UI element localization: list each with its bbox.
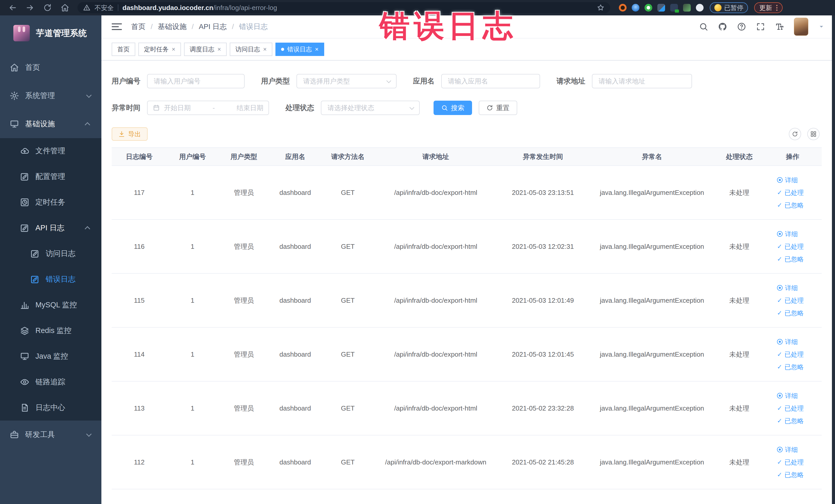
reset-button[interactable]: 重置 xyxy=(479,101,517,115)
mark-ignored-link[interactable]: ✓已忽略 xyxy=(777,471,804,479)
browser-home-icon[interactable] xyxy=(61,3,69,12)
sidebar-item-system-management[interactable]: 系统管理 xyxy=(0,82,101,110)
font-size-icon[interactable] xyxy=(775,22,784,31)
app-name-input[interactable]: 请输入应用名 xyxy=(441,74,540,88)
detail-link[interactable]: 详细 xyxy=(777,284,798,292)
browser-update-button[interactable]: 更新 xyxy=(754,2,782,13)
user-type-select[interactable]: 请选择用户类型 xyxy=(297,74,396,88)
breadcrumb-home[interactable]: 首页 xyxy=(131,22,145,32)
table-row[interactable]: 116 1 管理员 dashboard GET /api/infra/db-do… xyxy=(111,220,822,274)
detail-link[interactable]: 详细 xyxy=(777,391,798,400)
not-secure-warning-icon[interactable] xyxy=(83,4,90,11)
extension-icon-toggle[interactable] xyxy=(670,4,678,12)
tab-home[interactable]: 首页 xyxy=(111,43,135,56)
sidebar-item-access-log[interactable]: 访问日志 xyxy=(0,241,101,266)
help-icon[interactable] xyxy=(737,22,746,31)
mark-ignored-link[interactable]: ✓已忽略 xyxy=(777,417,804,425)
address-bar[interactable]: 不安全 dashboard.yudao.iocoder.cn/infra/log… xyxy=(78,2,610,13)
tab-scheduled-tasks[interactable]: 定时任务× xyxy=(138,43,181,56)
user-menu-caret-icon[interactable] xyxy=(818,23,825,30)
user-id-input[interactable]: 请输入用户编号 xyxy=(147,74,245,88)
mark-ignored-link[interactable]: ✓已忽略 xyxy=(777,309,804,317)
error-log-table: 日志编号 用户编号 用户类型 应用名 请求方法名 请求地址 异常发生时间 异常名… xyxy=(111,147,822,489)
fullscreen-icon[interactable] xyxy=(756,22,765,31)
close-icon[interactable]: × xyxy=(172,46,175,53)
browser-menu-icon[interactable] xyxy=(776,5,777,11)
detail-link[interactable]: 详细 xyxy=(777,445,798,454)
mark-processed-link[interactable]: ✓已处理 xyxy=(777,458,804,466)
column-settings-button[interactable] xyxy=(807,128,820,140)
browser-forward-icon[interactable] xyxy=(26,3,34,12)
sidebar-item-dev-tools[interactable]: 研发工具 xyxy=(0,421,101,449)
tab-access-log[interactable]: 访问日志× xyxy=(230,43,272,56)
sidebar-item-infrastructure[interactable]: 基础设施 xyxy=(0,110,101,138)
search-icon[interactable] xyxy=(699,22,708,31)
mark-processed-link[interactable]: ✓已处理 xyxy=(777,296,804,305)
mark-processed-link[interactable]: ✓已处理 xyxy=(777,350,804,359)
extension-icon-green-check[interactable] xyxy=(645,4,652,12)
detail-link[interactable]: 详细 xyxy=(777,338,798,346)
sidebar-item-error-log[interactable]: 错误日志 xyxy=(0,266,101,292)
breadcrumb-api-log[interactable]: API 日志 xyxy=(199,22,227,32)
sidebar-item-api-log[interactable]: API 日志 xyxy=(0,215,101,241)
app-name-label: 应用名 xyxy=(413,76,434,86)
detail-link[interactable]: 详细 xyxy=(777,230,798,238)
export-button[interactable]: 导出 xyxy=(111,127,148,141)
sidebar-item-scheduled-tasks[interactable]: 定时任务 xyxy=(0,189,101,215)
mark-ignored-link[interactable]: ✓已忽略 xyxy=(777,363,804,371)
detail-link[interactable]: 详细 xyxy=(777,176,798,184)
mark-processed-link[interactable]: ✓已处理 xyxy=(777,404,804,412)
not-secure-label: 不安全 xyxy=(95,4,114,12)
process-status-select[interactable]: 请选择处理状态 xyxy=(321,101,420,115)
user-avatar[interactable] xyxy=(794,18,808,36)
extension-icon-puzzle[interactable] xyxy=(696,4,704,12)
browser-scrollbar[interactable] xyxy=(832,15,835,504)
extension-icon-leaf[interactable] xyxy=(683,4,691,12)
app-logo[interactable]: 芋道管理系统 xyxy=(0,15,101,46)
search-button[interactable]: 搜索 xyxy=(433,101,472,115)
check-icon: ✓ xyxy=(777,243,782,249)
cell-url: /api/infra/db-doc/export-html xyxy=(375,243,497,250)
github-icon[interactable] xyxy=(718,22,727,31)
table-row[interactable]: 113 1 管理员 dashboard GET /api/infra/db-do… xyxy=(111,382,822,436)
sidebar-item-home[interactable]: 首页 xyxy=(0,54,101,82)
bookmark-star-icon[interactable] xyxy=(597,4,605,12)
extension-icon-orange[interactable] xyxy=(619,4,627,12)
exception-time-range-picker[interactable]: 开始日期 - 结束日期 xyxy=(147,101,269,115)
extension-icon-blue-drop[interactable] xyxy=(632,4,639,12)
cell-actions: 详细 ✓已处理 ✓已忽略 xyxy=(763,445,822,479)
close-icon[interactable]: × xyxy=(315,46,319,53)
extension-icon-grid-blue[interactable] xyxy=(657,4,665,12)
profile-paused-chip[interactable]: 已暂停 xyxy=(710,2,748,13)
sidebar-item-config-management[interactable]: 配置管理 xyxy=(0,164,101,189)
close-icon[interactable]: × xyxy=(263,46,267,53)
tab-schedule-log[interactable]: 调度日志× xyxy=(184,43,227,56)
cell-user-id: 1 xyxy=(167,297,218,304)
mark-ignored-link[interactable]: ✓已忽略 xyxy=(777,255,804,263)
cell-user-type: 管理员 xyxy=(218,242,269,251)
refresh-table-button[interactable] xyxy=(789,128,801,140)
mark-ignored-link[interactable]: ✓已忽略 xyxy=(777,201,804,209)
table-row[interactable]: 114 1 管理员 dashboard GET /api/infra/db-do… xyxy=(111,328,822,382)
sidebar-item-mysql-monitor[interactable]: MySQL 监控 xyxy=(0,292,101,318)
browser-reload-icon[interactable] xyxy=(43,3,52,12)
sidebar-item-java-monitor[interactable]: Java 监控 xyxy=(0,344,101,369)
request-url-input[interactable]: 请输入请求地址 xyxy=(592,74,692,88)
table-row[interactable]: 115 1 管理员 dashboard GET /api/infra/db-do… xyxy=(111,274,822,328)
mark-processed-link[interactable]: ✓已处理 xyxy=(777,242,804,251)
tab-error-log[interactable]: 错误日志× xyxy=(276,43,324,56)
browser-back-icon[interactable] xyxy=(8,3,17,12)
sidebar-item-trace[interactable]: 链路追踪 xyxy=(0,369,101,395)
api-log-icon xyxy=(20,223,29,233)
clock-icon xyxy=(20,198,29,207)
mark-processed-link[interactable]: ✓已处理 xyxy=(777,188,804,197)
table-row[interactable]: 112 1 管理员 dashboard GET /api/infra/db-do… xyxy=(111,436,822,489)
sidebar-item-file-management[interactable]: 文件管理 xyxy=(0,138,101,164)
hamburger-icon[interactable] xyxy=(111,22,122,31)
table-row[interactable]: 117 1 管理员 dashboard GET /api/infra/db-do… xyxy=(111,166,822,220)
cell-app-name: dashboard xyxy=(269,189,321,197)
sidebar-item-log-center[interactable]: 日志中心 xyxy=(0,395,101,421)
close-icon[interactable]: × xyxy=(218,46,221,53)
breadcrumb-infrastructure[interactable]: 基础设施 xyxy=(158,22,187,32)
sidebar-item-redis-monitor[interactable]: Redis 监控 xyxy=(0,318,101,344)
